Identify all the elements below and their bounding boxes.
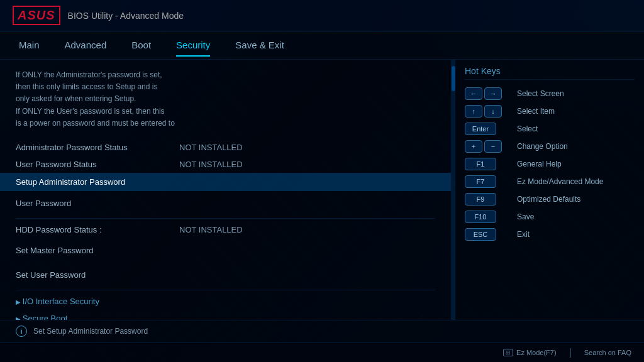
hotkey-save: F10 Save: [465, 211, 635, 223]
user-password-status-value: NOT INSTALLED: [179, 160, 243, 169]
set-user-password-link[interactable]: Set User Password: [16, 266, 86, 283]
footer-divider: |: [569, 347, 572, 358]
set-master-password-link[interactable]: Set Master Password: [16, 242, 94, 259]
key-f1: F1: [465, 158, 496, 170]
admin-password-status-label: Administrator Password Status: [16, 143, 179, 152]
nav-item-save-exit[interactable]: Save & Exit: [235, 35, 284, 57]
hotkey-optimized-defaults-keys: F9: [465, 193, 512, 206]
nav-bar: Main Advanced Boot Security Save & Exit: [0, 31, 644, 60]
key-minus: −: [484, 140, 502, 153]
key-right-arrow: →: [484, 87, 502, 100]
footer-ez-mode-label[interactable]: Ez Mode(F7): [516, 349, 557, 356]
header: ASUS BIOS Utility - Advanced Mode: [0, 0, 644, 31]
asus-logo: ASUS: [13, 6, 60, 25]
footer: ⊞ Ez Mode(F7) | Search on FAQ: [0, 342, 644, 362]
key-f10: F10: [465, 211, 496, 223]
hotkey-select-label: Select: [517, 124, 538, 133]
hotkey-select-keys: Enter: [465, 123, 512, 135]
hotkey-select-screen: ← → Select Screen: [465, 87, 635, 100]
hotkey-change-option: + − Change Option: [465, 140, 635, 153]
set-master-password-row[interactable]: Set Master Password: [16, 238, 435, 263]
hotkey-save-label: Save: [517, 212, 534, 221]
setup-admin-password-row[interactable]: Setup Administrator Password: [0, 173, 451, 191]
user-password-status-row: User Password Status NOT INSTALLED: [16, 156, 435, 173]
nav-item-main[interactable]: Main: [19, 35, 40, 57]
nav-item-advanced[interactable]: Advanced: [65, 35, 107, 57]
hotkey-select-item-keys: ↑ ↓: [465, 105, 512, 118]
set-user-password-row[interactable]: Set User Password: [16, 263, 435, 287]
hotkey-general-help-keys: F1: [465, 158, 512, 170]
hotkey-general-help: F1 General Help: [465, 158, 635, 170]
bios-title: BIOS Utility - Advanced Mode: [68, 11, 184, 21]
hotkey-general-help-label: General Help: [517, 160, 562, 168]
info-text: Set Setup Administrator Password: [33, 327, 148, 336]
hotkey-select-screen-label: Select Screen: [517, 89, 564, 98]
nav-item-security[interactable]: Security: [176, 35, 210, 57]
description-text: If ONLY the Administrator's password is …: [16, 69, 255, 129]
key-plus: +: [465, 140, 482, 153]
admin-password-status-value: NOT INSTALLED: [179, 143, 243, 152]
hotkey-save-keys: F10: [465, 211, 512, 223]
key-down-arrow: ↓: [484, 105, 502, 118]
user-password-link[interactable]: User Password: [16, 195, 71, 212]
hotkey-ez-mode: F7 Ez Mode/Advanced Mode: [465, 175, 635, 188]
hdd-password-status-value: NOT INSTALLED: [179, 225, 243, 234]
hotkey-change-option-label: Change Option: [517, 142, 568, 151]
hotkey-change-option-keys: + −: [465, 140, 512, 153]
hotkey-optimized-defaults-label: Optimized Defaults: [517, 195, 580, 204]
hotkey-select: Enter Select: [465, 123, 635, 135]
hotkeys-title: Hot Keys: [465, 66, 635, 80]
hotkey-exit-label: Exit: [517, 230, 530, 239]
hotkey-select-item: ↑ ↓ Select Item: [465, 105, 635, 118]
secure-boot-section[interactable]: Secure Boot: [16, 310, 435, 320]
info-bar: i Set Setup Administrator Password: [0, 320, 644, 342]
divider-2: [16, 290, 435, 290]
hotkeys-panel: Hot Keys ← → Select Screen ↑ ↓ Select It…: [455, 60, 644, 320]
key-enter: Enter: [465, 123, 496, 135]
logo-area: ASUS BIOS Utility - Advanced Mode: [13, 6, 184, 25]
footer-ez-mode[interactable]: ⊞ Ez Mode(F7): [503, 349, 557, 356]
footer-search-label[interactable]: Search on FAQ: [584, 349, 631, 356]
hotkey-ez-mode-keys: F7: [465, 175, 512, 188]
key-f9: F9: [465, 193, 496, 206]
key-esc: ESC: [465, 228, 496, 241]
io-interface-security-section[interactable]: I/O Interface Security: [16, 293, 435, 310]
hdd-password-status-row: HDD Password Status : NOT INSTALLED: [16, 221, 435, 238]
ez-mode-icon: ⊞: [503, 349, 513, 356]
hotkey-exit: ESC Exit: [465, 228, 635, 241]
hotkey-ez-mode-label: Ez Mode/Advanced Mode: [517, 177, 603, 186]
user-password-status-label: User Password Status: [16, 160, 179, 169]
key-up-arrow: ↑: [465, 105, 482, 118]
key-left-arrow: ←: [465, 87, 482, 100]
hotkey-select-screen-keys: ← →: [465, 87, 512, 100]
hotkey-exit-keys: ESC: [465, 228, 512, 241]
content-panel: If ONLY the Administrator's password is …: [0, 60, 452, 320]
hdd-password-status-label: HDD Password Status :: [16, 225, 179, 234]
admin-password-status-row: Administrator Password Status NOT INSTAL…: [16, 139, 435, 156]
setup-admin-password-label: Setup Administrator Password: [16, 177, 179, 187]
user-password-row[interactable]: User Password: [16, 191, 435, 216]
hotkey-optimized-defaults: F9 Optimized Defaults: [465, 193, 635, 206]
nav-item-boot[interactable]: Boot: [131, 35, 151, 57]
footer-search[interactable]: Search on FAQ: [584, 349, 631, 356]
key-f7: F7: [465, 175, 496, 188]
divider-1: [16, 218, 435, 219]
info-icon: i: [16, 326, 27, 337]
main-area: If ONLY the Administrator's password is …: [0, 60, 644, 320]
hotkey-select-item-label: Select Item: [517, 107, 555, 116]
